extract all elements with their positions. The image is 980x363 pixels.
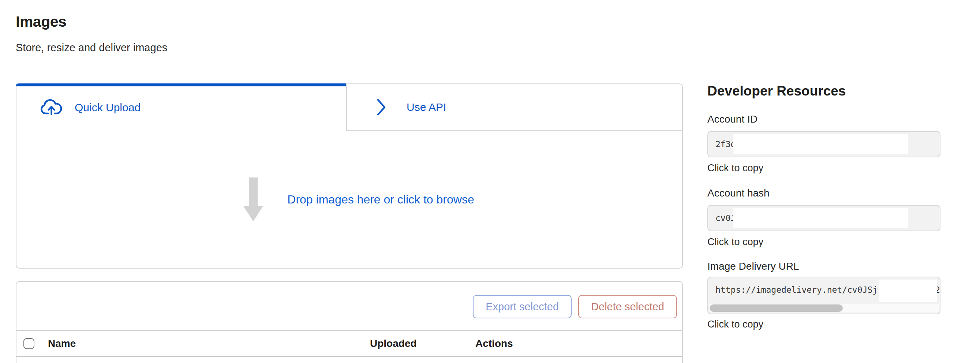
account-id-label: Account ID — [707, 113, 757, 125]
column-header-actions: Actions — [476, 338, 513, 349]
account-hash-value: cv0J — [716, 213, 735, 223]
tab-use-api-label: Use API — [407, 101, 446, 113]
image-dropzone[interactable]: Drop images here or click to browse — [26, 131, 692, 268]
account-hash-label: Account hash — [707, 187, 770, 199]
account-hash-field[interactable]: cv0J — [707, 205, 940, 231]
developer-resources-title: Developer Resources — [707, 83, 846, 99]
dropzone-text: Drop images here or click to browse — [287, 193, 474, 206]
upload-tabs: Quick Upload Use API — [16, 84, 682, 131]
chevron-right-icon — [376, 98, 387, 116]
image-library-card: Export selected Delete selected Name Upl… — [16, 281, 683, 363]
select-all-checkbox[interactable] — [24, 338, 34, 349]
redaction-mask — [733, 208, 908, 228]
account-id-copy-hint: Click to copy — [707, 162, 764, 174]
account-hash-copy-hint: Click to copy — [707, 236, 764, 248]
column-header-name: Name — [48, 338, 76, 349]
column-header-uploaded: Uploaded — [370, 338, 417, 349]
image-delivery-url-label: Image Delivery URL — [707, 261, 799, 272]
redaction-mask — [879, 280, 937, 302]
redaction-mask — [733, 134, 908, 154]
account-id-value: 2f3d — [716, 139, 735, 149]
tab-use-api[interactable]: Use API — [346, 84, 682, 131]
account-id-field[interactable]: 2f3d — [707, 131, 940, 158]
tab-quick-upload[interactable]: Quick Upload — [16, 84, 346, 131]
library-toolbar: Export selected Delete selected — [16, 282, 682, 331]
tab-quick-upload-label: Quick Upload — [75, 101, 140, 114]
active-tab-indicator — [16, 83, 346, 86]
horizontal-scrollbar-thumb[interactable] — [710, 304, 843, 312]
image-delivery-url-field[interactable]: https://imagedelivery.net/cv0JSj 2 — [707, 277, 940, 314]
down-arrow-icon — [243, 177, 263, 221]
page-subtitle: Store, resize and deliver images — [16, 42, 167, 54]
cloud-upload-icon — [40, 99, 62, 116]
page-title: Images — [16, 13, 66, 30]
table-header-row: Name Uploaded Actions — [16, 331, 682, 357]
delete-selected-button[interactable]: Delete selected — [578, 295, 677, 318]
image-delivery-url-value: https://imagedelivery.net/cv0JSj — [716, 285, 878, 295]
upload-card: Quick Upload Use API Drop images here or… — [16, 83, 683, 269]
export-selected-button[interactable]: Export selected — [473, 295, 572, 318]
image-delivery-url-copy-hint: Click to copy — [707, 319, 764, 330]
images-page: Images Store, resize and deliver images … — [0, 0, 980, 363]
